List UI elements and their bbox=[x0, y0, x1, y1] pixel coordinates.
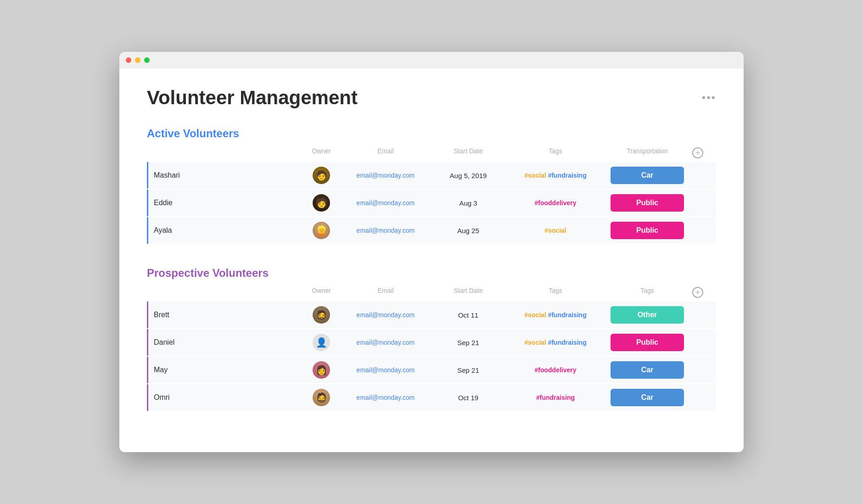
row-avatar-eddie: 🧑 bbox=[303, 194, 340, 212]
avatar: 🧔 bbox=[313, 389, 330, 406]
row-date: Sep 21 bbox=[432, 366, 505, 374]
row-label: Mashari bbox=[154, 171, 180, 179]
col-startdate-label: Start Date bbox=[432, 287, 505, 298]
add-column-button[interactable]: + bbox=[689, 287, 707, 298]
row-label: May bbox=[154, 366, 168, 374]
col-name-label bbox=[147, 287, 303, 298]
transport-badge[interactable]: Car bbox=[611, 389, 684, 406]
row-tags: #fooddelivery bbox=[505, 366, 606, 374]
avatar: 🧔 bbox=[313, 306, 330, 324]
row-transport: Car bbox=[606, 361, 689, 379]
row-avatar-ayala: 👱 bbox=[303, 222, 340, 239]
row-date: Sep 21 bbox=[432, 339, 505, 347]
transport-badge[interactable]: Public bbox=[611, 334, 684, 351]
tag-fundraising: #fundraising bbox=[536, 394, 575, 401]
transport-badge[interactable]: Car bbox=[611, 167, 684, 184]
row-label: Eddie bbox=[154, 199, 173, 207]
avatar: 👩 bbox=[313, 361, 330, 379]
app-window: Volunteer Management ••• Active Voluntee… bbox=[119, 52, 744, 452]
row-tags: #fooddelivery bbox=[505, 199, 606, 207]
row-transport: Public bbox=[606, 222, 689, 239]
prospective-volunteers-table: Owner Email Start Date Tags Tags + Brett bbox=[147, 287, 716, 411]
row-email: email@monday.com bbox=[340, 311, 432, 319]
row-avatar-brett: 🧔 bbox=[303, 306, 340, 324]
row-date: Oct 19 bbox=[432, 394, 505, 402]
row-avatar-may: 👩 bbox=[303, 361, 340, 379]
row-name-brett: Brett bbox=[147, 302, 303, 328]
table-row: Brett 🧔 email@monday.com Oct 11 #social … bbox=[147, 302, 716, 328]
row-name-mashari: Mashari bbox=[147, 162, 303, 189]
active-volunteers-section: Active Volunteers Owner Email Start Date… bbox=[147, 127, 716, 244]
transport-badge[interactable]: Other bbox=[611, 306, 684, 324]
col-email-label: Email bbox=[340, 287, 432, 298]
add-column-icon: + bbox=[692, 147, 703, 158]
tag-fundraising: #fundraising bbox=[548, 311, 587, 319]
active-volunteers-heading: Active Volunteers bbox=[147, 127, 716, 140]
col-tags-label: Tags bbox=[505, 147, 606, 158]
row-tags: #social #fundraising bbox=[505, 311, 606, 319]
table-row: Eddie 🧑 email@monday.com Aug 3 #fooddeli… bbox=[147, 190, 716, 216]
row-date: Aug 25 bbox=[432, 227, 505, 235]
row-label: Brett bbox=[154, 311, 169, 319]
row-email: email@monday.com bbox=[340, 366, 432, 374]
row-transport: Car bbox=[606, 167, 689, 184]
maximize-dot[interactable] bbox=[144, 57, 150, 63]
row-date: Oct 11 bbox=[432, 311, 505, 319]
titlebar bbox=[119, 52, 744, 68]
tag-social: #social bbox=[524, 172, 548, 179]
row-transport: Other bbox=[606, 306, 689, 324]
row-tags: #social bbox=[505, 227, 606, 234]
avatar: 👤 bbox=[313, 334, 330, 351]
page-title: Volunteer Management bbox=[147, 87, 358, 109]
row-name-may: May bbox=[147, 357, 303, 383]
row-transport: Public bbox=[606, 194, 689, 212]
row-name-ayala: Ayala bbox=[147, 217, 303, 244]
row-name-daniel: Daniel bbox=[147, 329, 303, 356]
active-col-headers: Owner Email Start Date Tags Transportati… bbox=[147, 147, 716, 162]
col-email-label: Email bbox=[340, 147, 432, 158]
page-header: Volunteer Management ••• bbox=[147, 87, 716, 109]
col-tags2-label: Tags bbox=[606, 287, 689, 298]
table-row: Omri 🧔 email@monday.com Oct 19 #fundrais… bbox=[147, 384, 716, 411]
row-transport: Car bbox=[606, 389, 689, 406]
row-transport: Public bbox=[606, 334, 689, 351]
table-row: May 👩 email@monday.com Sep 21 #fooddeliv… bbox=[147, 357, 716, 383]
row-email: email@monday.com bbox=[340, 339, 432, 346]
col-owner-label: Owner bbox=[303, 287, 340, 298]
avatar: 👱 bbox=[313, 222, 330, 239]
add-column-button[interactable]: + bbox=[689, 147, 707, 158]
tag-fooddelivery: #fooddelivery bbox=[534, 199, 576, 207]
row-date: Aug 3 bbox=[432, 199, 505, 207]
row-email: email@monday.com bbox=[340, 394, 432, 401]
avatar: 🧑 bbox=[313, 194, 330, 212]
tag-fundraising: #fundraising bbox=[548, 339, 587, 346]
col-owner-label: Owner bbox=[303, 147, 340, 158]
row-name-omri: Omri bbox=[147, 384, 303, 411]
row-avatar-daniel: 👤 bbox=[303, 334, 340, 351]
prospective-volunteers-section: Prospective Volunteers Owner Email Start… bbox=[147, 267, 716, 411]
row-avatar-mashari: 🧑 bbox=[303, 167, 340, 184]
table-row: Mashari 🧑 email@monday.com Aug 5, 2019 #… bbox=[147, 162, 716, 189]
tag-fooddelivery: #fooddelivery bbox=[534, 366, 576, 374]
transport-badge[interactable]: Car bbox=[611, 361, 684, 379]
col-tags-label: Tags bbox=[505, 287, 606, 298]
close-dot[interactable] bbox=[126, 57, 131, 63]
row-label: Omri bbox=[154, 393, 170, 402]
row-tags: #social #fundraising bbox=[505, 339, 606, 346]
row-tags: #social #fundraising bbox=[505, 172, 606, 179]
transport-badge[interactable]: Public bbox=[611, 194, 684, 212]
more-options-icon[interactable]: ••• bbox=[702, 91, 716, 104]
row-email: email@monday.com bbox=[340, 199, 432, 207]
add-column-icon: + bbox=[692, 287, 703, 298]
active-volunteers-table: Owner Email Start Date Tags Transportati… bbox=[147, 147, 716, 244]
tag-fundraising: #fundraising bbox=[548, 172, 587, 179]
tag-social: #social bbox=[544, 227, 566, 234]
minimize-dot[interactable] bbox=[135, 57, 140, 63]
row-avatar-omri: 🧔 bbox=[303, 389, 340, 406]
transport-badge[interactable]: Public bbox=[611, 222, 684, 239]
row-date: Aug 5, 2019 bbox=[432, 172, 505, 179]
prospective-col-headers: Owner Email Start Date Tags Tags + bbox=[147, 287, 716, 302]
row-email: email@monday.com bbox=[340, 172, 432, 179]
table-row: Daniel 👤 email@monday.com Sep 21 #social… bbox=[147, 329, 716, 356]
row-email: email@monday.com bbox=[340, 227, 432, 234]
